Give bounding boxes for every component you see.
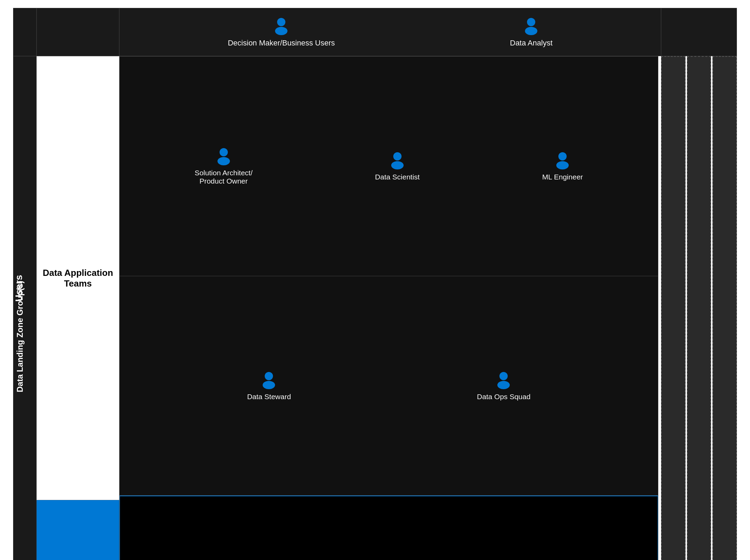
svg-point-0 [277, 18, 285, 26]
svg-point-2 [527, 18, 535, 26]
svg-point-1 [275, 27, 287, 35]
users-row: Users Decision Maker/Business Users [13, 8, 737, 56]
sublabel-col: Data Application Teams Data Landing Zone… [37, 56, 119, 560]
right-panel-data-governance: Data Governance Review [661, 56, 686, 560]
right-panels: Data Governance Review Architecture Revi… [661, 56, 737, 560]
svg-point-5 [217, 157, 230, 165]
svg-point-13 [497, 381, 510, 389]
svg-point-6 [393, 152, 402, 160]
main-content-col: Solution Architect/ Product Owner Data S… [119, 56, 658, 560]
data-ops-squad-icon [494, 371, 513, 390]
users-label: Users [13, 8, 37, 56]
data-app-teams-sublabel: Data Application Teams [37, 56, 119, 500]
data-ops-squad-person: Data Ops Squad [477, 371, 530, 401]
data-scientist-person: Data Scientist [375, 151, 420, 181]
left-labels-col: Data Landing Zone Group(s) Platform Grou… [13, 56, 37, 560]
data-scientist-icon [388, 151, 407, 170]
ml-engineer-icon [553, 151, 572, 170]
data-steward-person: Data Steward [247, 371, 291, 401]
data-lz-ops-content: Solution Architect Cloud Engineer [120, 496, 658, 560]
svg-point-4 [220, 148, 228, 156]
data-steward-icon [259, 371, 278, 390]
right-panel-architecture-review: Architecture Review Board [687, 56, 711, 560]
users-content: Decision Maker/Business Users Data Analy… [119, 8, 661, 56]
user-data-analyst: Data Analyst [510, 17, 553, 48]
app-team-subrow-2: Data Steward Data Ops Squad [120, 276, 658, 496]
svg-point-9 [556, 161, 569, 169]
svg-point-10 [265, 372, 273, 380]
solution-architect-icon [214, 147, 233, 166]
user-decision-maker: Decision Maker/Business Users [228, 17, 335, 48]
right-panel-feedback-support: Feedback/Support Op Mech [712, 56, 737, 560]
ml-engineer-person: ML Engineer [542, 151, 583, 181]
svg-point-11 [263, 381, 275, 389]
app-team-subrow-1: Solution Architect/ Product Owner Data S… [120, 56, 658, 276]
svg-point-12 [499, 372, 508, 380]
decision-maker-icon [272, 17, 291, 36]
grid-area: Data Landing Zone Group(s) Platform Grou… [13, 56, 737, 560]
data-landing-zone-label: Data Landing Zone Group(s) [13, 56, 37, 560]
data-app-teams-content: Solution Architect/ Product Owner Data S… [120, 56, 658, 496]
svg-point-8 [558, 152, 567, 160]
solution-architect-person: Solution Architect/ Product Owner [195, 147, 253, 185]
svg-point-3 [525, 27, 537, 35]
data-analyst-icon [521, 17, 541, 36]
data-lz-ops-sublabel: Data Landing Zone Ops [37, 500, 119, 560]
svg-point-7 [391, 161, 404, 169]
